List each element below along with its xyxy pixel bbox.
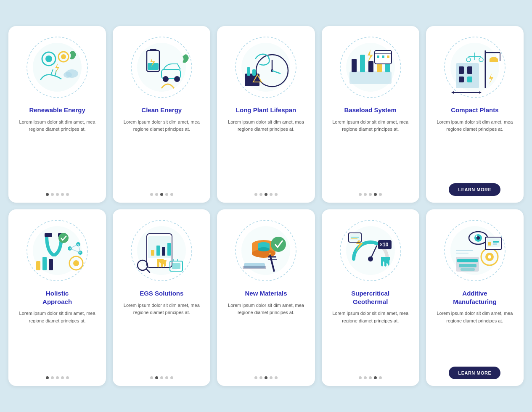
svg-rect-12: [150, 49, 156, 51]
baseload-system-dot-3[interactable]: [374, 193, 377, 196]
new-materials-dot-1[interactable]: [259, 376, 262, 379]
new-materials-dot-4[interactable]: [275, 376, 278, 379]
supercritical-geothermal-dot-0[interactable]: [359, 376, 362, 379]
additive-manufacturing-illustration: [441, 217, 508, 284]
clean-energy-dot-0[interactable]: [150, 193, 153, 196]
svg-rect-81: [156, 246, 160, 256]
svg-point-124: [488, 255, 491, 259]
card-baseload-system: Baseload SystemLorem ipsum dolor sit dim…: [322, 26, 419, 203]
long-plant-lifespan-dot-1[interactable]: [259, 193, 262, 196]
new-materials-title: New Materials: [245, 289, 287, 298]
svg-rect-31: [352, 59, 357, 72]
long-plant-lifespan-dots: [254, 193, 278, 196]
clean-energy-dot-2[interactable]: [160, 193, 163, 196]
egs-solutions-dot-1[interactable]: [155, 376, 158, 379]
long-plant-lifespan-dot-2[interactable]: [265, 193, 267, 196]
holistic-approach-dot-0[interactable]: [46, 376, 49, 379]
svg-point-128: [476, 235, 477, 237]
supercritical-geothermal-title: Supercritical Geothermal: [351, 289, 389, 306]
holistic-approach-title: Holistic Approach: [42, 289, 72, 306]
baseload-system-dots: [359, 193, 382, 196]
baseload-system-dot-0[interactable]: [359, 193, 362, 196]
clean-energy-dot-3[interactable]: [165, 193, 168, 196]
supercritical-geothermal-dot-4[interactable]: [379, 376, 382, 379]
supercritical-geothermal-dot-3[interactable]: [374, 376, 377, 379]
renewable-energy-dot-3[interactable]: [61, 193, 64, 196]
svg-point-16: [163, 76, 169, 82]
card-renewable-energy: Renewable EnergyLorem ipsum dolor sit di…: [8, 26, 106, 203]
new-materials-dot-2[interactable]: [265, 376, 267, 379]
long-plant-lifespan-dot-3[interactable]: [270, 193, 273, 196]
baseload-system-dot-2[interactable]: [369, 193, 372, 196]
renewable-energy-dot-0[interactable]: [46, 193, 49, 196]
svg-rect-62: [45, 233, 52, 237]
svg-rect-30: [349, 71, 392, 84]
card-holistic-approach: Holistic ApproachLorem ipsum dolor sit d…: [8, 209, 106, 386]
clean-energy-description: Lorem ipsum dolor sit dim amet, mea regi…: [119, 119, 204, 188]
svg-rect-83: [167, 243, 171, 256]
supercritical-geothermal-dot-1[interactable]: [364, 376, 367, 379]
svg-point-64: [58, 233, 69, 243]
card-clean-energy: Clean EnergyLorem ipsum dolor sit dim am…: [113, 26, 210, 203]
long-plant-lifespan-title: Long Plant Lifespan: [236, 106, 296, 114]
egs-solutions-dots: [150, 376, 173, 379]
compact-plants-title: Compact Plants: [451, 106, 498, 114]
holistic-approach-dot-4[interactable]: [66, 376, 69, 379]
egs-solutions-dot-4[interactable]: [170, 376, 173, 379]
long-plant-lifespan-dot-4[interactable]: [275, 193, 278, 196]
supercritical-geothermal-dot-2[interactable]: [369, 376, 372, 379]
new-materials-illustration: [232, 217, 299, 284]
new-materials-description: Lorem ipsum dolor sit dim amet, mea regi…: [224, 302, 308, 372]
long-plant-lifespan-illustration: [232, 34, 299, 101]
baseload-system-dot-4[interactable]: [379, 193, 382, 196]
svg-rect-104: [243, 266, 266, 269]
additive-manufacturing-learn-more-button[interactable]: LEARN MORE: [449, 367, 500, 379]
renewable-energy-dot-2[interactable]: [56, 193, 59, 196]
svg-rect-45: [459, 66, 464, 74]
clean-energy-dot-1[interactable]: [155, 193, 158, 196]
renewable-energy-dot-4[interactable]: [66, 193, 69, 196]
holistic-approach-dot-3[interactable]: [61, 376, 64, 379]
clean-energy-title: Clean Energy: [141, 106, 182, 114]
egs-solutions-dot-3[interactable]: [165, 376, 168, 379]
new-materials-dot-0[interactable]: [254, 376, 257, 379]
additive-manufacturing-title: Additive Manufacturing: [453, 289, 496, 306]
svg-rect-25: [247, 67, 250, 76]
compact-plants-learn-more-button[interactable]: LEARN MORE: [449, 183, 500, 196]
svg-rect-82: [162, 247, 165, 256]
long-plant-lifespan-dot-0[interactable]: [254, 193, 257, 196]
card-long-plant-lifespan: Long Plant LifespanLorem ipsum dolor sit…: [217, 26, 315, 203]
egs-solutions-dot-2[interactable]: [160, 376, 163, 379]
clean-energy-dot-4[interactable]: [170, 193, 173, 196]
renewable-energy-dots: [46, 193, 69, 196]
baseload-system-title: Baseload System: [344, 106, 397, 114]
compact-plants-description: Lorem ipsum dolor sit dim amet, mea regi…: [433, 119, 517, 178]
card-compact-plants: Compact PlantsLorem ipsum dolor sit dim …: [426, 26, 524, 203]
svg-rect-26: [252, 69, 256, 76]
svg-point-106: [346, 226, 395, 275]
baseload-system-dot-1[interactable]: [364, 193, 367, 196]
svg-point-10: [137, 43, 186, 92]
new-materials-dot-3[interactable]: [270, 376, 273, 379]
svg-rect-66: [42, 257, 47, 270]
svg-rect-132: [493, 241, 499, 243]
svg-point-102: [271, 237, 286, 252]
supercritical-geothermal-dots: [359, 376, 382, 379]
svg-rect-67: [49, 259, 53, 270]
card-new-materials: New MaterialsLorem ipsum dolor sit dim a…: [217, 209, 315, 386]
clean-energy-dots: [150, 193, 173, 196]
baseload-system-description: Lorem ipsum dolor sit dim amet, mea regi…: [328, 119, 413, 188]
svg-rect-38: [377, 55, 379, 58]
holistic-approach-description: Lorem ipsum dolor sit dim amet, mea regi…: [15, 310, 99, 371]
supercritical-geothermal-description: Lorem ipsum dolor sit dim amet, mea regi…: [328, 310, 413, 371]
svg-point-5: [61, 54, 66, 59]
svg-point-17: [174, 76, 180, 82]
egs-solutions-title: EGS Solutions: [140, 289, 183, 298]
holistic-approach-dot-1[interactable]: [51, 376, 54, 379]
svg-rect-80: [151, 250, 154, 256]
holistic-approach-dot-2[interactable]: [56, 376, 59, 379]
baseload-system-illustration: [337, 34, 404, 101]
renewable-energy-dot-1[interactable]: [51, 193, 54, 196]
clean-energy-illustration: [128, 34, 195, 101]
egs-solutions-dot-0[interactable]: [150, 376, 153, 379]
